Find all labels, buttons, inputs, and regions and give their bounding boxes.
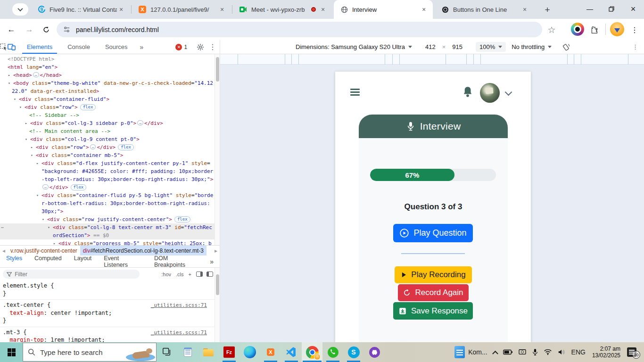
taskbar-app-xampp[interactable]: X	[260, 342, 281, 362]
expand-arrow-down-icon[interactable]: ▾	[31, 151, 33, 159]
extension-lens-icon[interactable]	[571, 23, 584, 36]
flex-badge[interactable]: flex	[71, 184, 87, 190]
browser-tab-1[interactable]: 9Five9 Inc. :: Virtual Contact C×	[31, 0, 130, 19]
forward-button[interactable]: →	[23, 23, 36, 36]
dom-tree-node[interactable]: r-bottom-left-radius: 30px;border-bottom…	[0, 199, 215, 207]
taskbar-app-skype[interactable]: S	[343, 342, 364, 362]
styles-control-cls[interactable]: .cls	[176, 272, 184, 277]
device-toolbar-menu[interactable]: ⋮	[632, 43, 638, 50]
action-center-button[interactable]: 10	[624, 342, 644, 362]
dom-tree-node[interactable]: ▾<div class="container-fluid py-5 bg-lig…	[0, 191, 215, 199]
dock-sidebar-icon[interactable]	[206, 272, 213, 277]
dom-tree-node[interactable]: -top-left-radius: 30px;border-top-right-…	[0, 175, 215, 183]
taskbar-app-whatsapp[interactable]	[322, 342, 343, 362]
flex-badge[interactable]: flex	[80, 104, 96, 110]
dom-tree-node[interactable]: <html lang="en">	[0, 63, 215, 71]
dom-tree-node[interactable]: ▾<div class="col-lg-9 content pt-0">	[0, 135, 215, 143]
inspect-element-button[interactable]	[0, 43, 8, 51]
flex-badge[interactable]: flex	[118, 144, 134, 150]
bookmark-star-button[interactable]: ☆	[545, 23, 558, 36]
devtools-more-tabs[interactable]: »	[135, 41, 149, 54]
node-gutter-dots-icon[interactable]: ⋯	[1, 223, 4, 231]
back-button[interactable]: ←	[5, 23, 18, 36]
console-error-badge[interactable]: ✕ 1	[175, 44, 187, 50]
browser-tab-2[interactable]: X127.0.0.1/panel/five9/×	[132, 0, 231, 19]
devtools-tab-console[interactable]: Console	[63, 41, 95, 53]
play-recording-button[interactable]: Play Recording	[395, 266, 472, 283]
dom-tree-node[interactable]: <!DOCTYPE html>	[0, 55, 215, 63]
browser-tab-3[interactable]: Meet - wvi-ypxo-zrb×	[233, 0, 332, 19]
style-rule[interactable]: _utilities.scss:71.text-center { text-al…	[0, 300, 215, 327]
expand-arrow-right-icon[interactable]: ▸	[53, 239, 56, 245]
search-highlight-image[interactable]	[126, 345, 155, 361]
play-question-button[interactable]: Play Question	[393, 224, 473, 242]
media-query-bar[interactable]	[220, 54, 644, 65]
dom-tree-node[interactable]: ▸<div class="col-lg-3 sidebar p-0">…</di…	[0, 119, 215, 127]
extensions-puzzle-button[interactable]	[587, 23, 601, 36]
user-avatar[interactable]	[480, 83, 500, 103]
styles-control-hov[interactable]: :hov	[161, 272, 171, 277]
device-selector[interactable]: Dimensions: Samsung Galaxy S20 Ultra	[296, 43, 412, 50]
dom-tree-node[interactable]: 30px;">	[0, 207, 215, 215]
collapsed-ellipsis-icon[interactable]: …	[42, 184, 49, 189]
reload-button[interactable]	[40, 23, 53, 36]
volume-status[interactable]	[555, 342, 569, 362]
window-maximize-button[interactable]	[601, 0, 622, 18]
dom-tree-node[interactable]: ▾<div class="row justify-content-center"…	[0, 215, 215, 223]
battery-status[interactable]	[500, 342, 515, 362]
collapsed-ellipsis-icon[interactable]: …	[137, 120, 143, 125]
taskbar-app-chrome[interactable]	[302, 342, 322, 362]
breadcrumb-right-arrow[interactable]: ▸	[212, 246, 220, 255]
styles-control-[interactable]: +	[189, 272, 191, 277]
rule-property[interactable]: text-align: center !important;	[3, 309, 213, 317]
devtools-tab-sources[interactable]: Sources	[100, 41, 132, 53]
devtools-settings-button[interactable]	[197, 43, 204, 51]
tab-close-button[interactable]: ×	[520, 5, 529, 14]
dom-tree-node[interactable]: …</div>flex	[0, 183, 215, 191]
tray-expand-button[interactable]	[490, 342, 500, 362]
styles-more-tabs[interactable]: »	[207, 255, 216, 268]
file-explorer-button[interactable]	[198, 342, 219, 362]
dom-tree-node[interactable]: ▾<div class="row">flex	[0, 103, 215, 111]
expand-arrow-down-icon[interactable]: ▾	[19, 103, 22, 111]
dom-tree-node[interactable]: ordSection"> == $0	[0, 231, 215, 239]
viewport-width-value[interactable]: 412	[425, 43, 436, 50]
styles-scrollbar[interactable]	[215, 268, 220, 342]
dom-tree-node[interactable]: ▸<div class="d-flex justify-content-cent…	[0, 159, 215, 167]
expand-arrow-down-icon[interactable]: ▾	[25, 135, 27, 143]
screen-record-status[interactable]	[515, 342, 529, 362]
notifications-bell-button[interactable]	[462, 86, 474, 99]
task-view-button[interactable]	[157, 342, 177, 362]
dom-tree-node[interactable]: ▸<div class="row">…</div>flex	[0, 143, 215, 151]
window-close-button[interactable]: ×	[622, 0, 644, 18]
elements-tree[interactable]: <!DOCTYPE html><html lang="en">▸<head>…<…	[0, 54, 215, 245]
expand-arrow-down-icon[interactable]: ▾	[42, 215, 44, 223]
styles-filter-pill[interactable]	[3, 270, 140, 279]
tab-close-button[interactable]: ×	[319, 5, 327, 14]
expand-arrow-right-icon[interactable]: ▸	[25, 119, 27, 127]
dom-tree-node[interactable]: ▸<head>…</head>	[0, 71, 215, 79]
expand-arrow-down-icon[interactable]: ▾	[48, 223, 50, 231]
notepad-app-button[interactable]	[177, 342, 198, 362]
taskbar-app-vscode[interactable]	[281, 342, 302, 362]
style-rule[interactable]: _utilities.scss:71.mt-3 { margin-top: 1r…	[0, 327, 215, 343]
record-again-button[interactable]: Record Again	[398, 284, 469, 301]
taskbar-clock[interactable]: 2:07 am 13/02/2025	[588, 346, 624, 359]
expand-arrow-down-icon[interactable]: ▾	[36, 191, 39, 199]
styles-rules[interactable]: element.style {}_utilities.scss:71.text-…	[0, 280, 215, 342]
profile-avatar[interactable]	[610, 22, 624, 36]
devtools-menu-button[interactable]: ⋮	[209, 42, 216, 51]
dom-tree-node[interactable]: ▾<div class="container mb-5">	[0, 151, 215, 159]
dom-tree-node[interactable]: <!-- Main content area -->	[0, 127, 215, 135]
paint-panel-icon[interactable]	[196, 272, 203, 277]
tray-app-kom[interactable]: Kom...	[452, 342, 490, 362]
dom-tree-node[interactable]: ▾<body class="theme-bg-white" data-new-g…	[0, 79, 215, 87]
zoom-selector[interactable]: 100%	[476, 42, 506, 52]
flex-badge[interactable]: flex	[174, 216, 190, 222]
throttling-selector[interactable]: No throttling	[512, 43, 552, 50]
elements-scrollbar[interactable]	[215, 54, 220, 245]
start-button[interactable]	[0, 342, 23, 362]
dom-tree-node[interactable]: ⋯▾<div class="col-lg-8 text-center mt-3"…	[0, 223, 215, 231]
dom-tree-node[interactable]: <!-- Sidebar -->	[0, 111, 215, 119]
window-minimize-button[interactable]: —	[579, 0, 601, 18]
